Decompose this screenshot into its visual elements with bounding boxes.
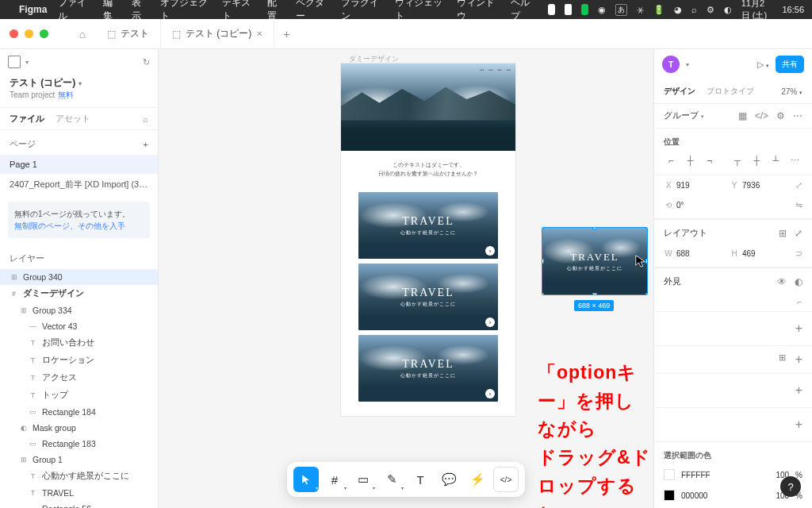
layer-item[interactable]: —Vector 43: [0, 318, 158, 334]
y-field[interactable]: Y7936: [730, 180, 789, 190]
more-align-icon[interactable]: ⋯: [787, 154, 802, 167]
app-name[interactable]: Figma: [19, 4, 47, 15]
asset-tab[interactable]: アセット: [56, 113, 90, 125]
layer-item[interactable]: ▭Rectangle 56: [0, 501, 158, 508]
x-field[interactable]: X919: [664, 180, 723, 190]
frame-tool[interactable]: #▾: [322, 467, 347, 492]
present-button[interactable]: ▷ ▾: [757, 60, 769, 70]
layer-item[interactable]: ⊞Group 334: [0, 302, 158, 318]
layer-item[interactable]: Tアクセス: [0, 369, 158, 387]
resize-handle[interactable]: [645, 293, 647, 294]
layout-grid-icon[interactable]: ▦: [738, 110, 747, 121]
add-button[interactable]: +: [795, 352, 802, 367]
bluetooth-icon[interactable]: ⚹: [637, 5, 644, 15]
blend-icon[interactable]: ◐: [795, 276, 802, 287]
selected-object[interactable]: TRAVEL心動かす絶景がここに: [542, 228, 647, 294]
menubar-date[interactable]: 11月2日 (土): [741, 0, 773, 21]
page-item[interactable]: Page 1: [0, 155, 158, 174]
maximize-button[interactable]: [40, 29, 48, 38]
page-item[interactable]: 2407_Report_前半 [XD Import] (30-Ju…: [0, 174, 158, 195]
more-icon[interactable]: ⋯: [793, 110, 802, 121]
wifi-icon[interactable]: ◕: [674, 5, 682, 15]
color-swatch[interactable]: [664, 490, 675, 501]
avatar[interactable]: T: [662, 56, 680, 73]
help-button[interactable]: ?: [780, 476, 801, 497]
align-right-icon[interactable]: ¬: [702, 154, 717, 167]
history-icon[interactable]: ↻: [143, 57, 150, 67]
resize-handle[interactable]: [542, 259, 544, 264]
align-left-icon[interactable]: ⌐: [664, 154, 679, 167]
layer-item[interactable]: ⊞Group 340: [0, 269, 158, 285]
share-button[interactable]: 共有: [776, 56, 804, 73]
corner-icon[interactable]: ⌐: [798, 297, 802, 306]
align-top-icon[interactable]: ┬: [730, 154, 745, 167]
prototype-tab[interactable]: プロトタイプ: [707, 79, 754, 103]
line-icon[interactable]: [581, 4, 588, 15]
actions-tool[interactable]: ⚡: [465, 467, 490, 492]
dev-mode-toggle[interactable]: </>: [493, 467, 519, 492]
tab-1[interactable]: ⬚ テスト: [96, 19, 161, 48]
layer-item[interactable]: #ダミーデザイン: [0, 285, 158, 302]
style-icon[interactable]: ⊞: [779, 352, 786, 367]
file-menu-icon[interactable]: [8, 56, 21, 68]
layer-item[interactable]: T心動かす絶景がここに: [0, 468, 158, 485]
w-field[interactable]: W688: [664, 248, 723, 259]
resize-handle[interactable]: [592, 228, 597, 229]
tray-icon[interactable]: ◉: [598, 5, 606, 15]
resize-handle[interactable]: [645, 228, 647, 229]
layer-item[interactable]: TTRAVEL: [0, 485, 158, 501]
menubar-time[interactable]: 16:56: [783, 5, 805, 14]
resize-handle[interactable]: [542, 228, 544, 229]
layer-item[interactable]: Tお問い合わせ: [0, 334, 158, 352]
add-fill-button[interactable]: +: [795, 321, 802, 336]
layer-item[interactable]: ▭Rectangle 183: [0, 436, 158, 452]
control-center-icon[interactable]: ⚙: [707, 5, 714, 15]
align-hcenter-icon[interactable]: ┼: [683, 154, 698, 167]
layer-item[interactable]: ▭Rectangle 184: [0, 404, 158, 420]
zoom-level[interactable]: 27% ▾: [781, 87, 802, 96]
code-icon[interactable]: </>: [755, 110, 768, 121]
shape-tool[interactable]: ▭▾: [350, 467, 376, 492]
layer-item[interactable]: ⊞Group 1: [0, 452, 158, 468]
design-frame[interactable]: •••••••••••• このテキストはダミーです。日頃の疲れを癒す旅へ出かけま…: [341, 64, 515, 416]
design-tab[interactable]: デザイン: [664, 79, 695, 103]
rotation-field[interactable]: ⟲0°: [664, 200, 723, 210]
file-tab[interactable]: ファイル: [10, 113, 44, 125]
chevron-down-icon[interactable]: ▾: [25, 59, 29, 66]
visibility-icon[interactable]: 👁: [777, 276, 787, 287]
add-page-button[interactable]: +: [144, 140, 148, 149]
add-effect-button[interactable]: +: [795, 383, 802, 398]
chevron-down-icon[interactable]: ▾: [686, 61, 689, 68]
expand-icon[interactable]: ⤢: [795, 180, 802, 190]
canvas[interactable]: ダミーデザイン •••••••••••• このテキストはダミーです。日頃の疲れを…: [159, 49, 653, 508]
comment-tool[interactable]: 💬: [436, 467, 462, 492]
move-tool[interactable]: ▾: [293, 467, 319, 492]
link-icon[interactable]: ⊃: [795, 248, 802, 259]
home-icon[interactable]: ⌂: [69, 28, 96, 40]
settings-icon[interactable]: ⚙: [776, 110, 785, 121]
new-tab-button[interactable]: +: [274, 28, 298, 40]
align-vcenter-icon[interactable]: ┼: [749, 154, 764, 167]
close-tab-icon[interactable]: ✕: [256, 29, 262, 38]
flip-icon[interactable]: ⇋: [795, 200, 802, 210]
layer-item[interactable]: ◐Mask group: [0, 420, 158, 436]
text-tool[interactable]: T: [408, 467, 433, 492]
color-swatch[interactable]: [664, 469, 675, 480]
upgrade-link[interactable]: 無制限のページ、その他を入手: [14, 221, 125, 230]
battery-icon[interactable]: 🔋: [653, 5, 665, 15]
add-export-button[interactable]: +: [795, 418, 802, 432]
h-field[interactable]: H469: [730, 248, 789, 259]
tab-2[interactable]: ⬚ テスト (コピー) ✕: [161, 19, 274, 48]
align-bottom-icon[interactable]: ┴: [768, 154, 783, 167]
resize-handle[interactable]: [592, 293, 597, 294]
resize-icon[interactable]: ⤢: [795, 228, 802, 239]
tray-icon[interactable]: [565, 4, 572, 15]
layer-item[interactable]: Tロケーション: [0, 352, 158, 369]
search-icon[interactable]: ⌕: [691, 5, 697, 14]
close-button[interactable]: [10, 29, 18, 38]
siri-icon[interactable]: ◐: [724, 5, 732, 15]
free-badge[interactable]: 無料: [58, 90, 74, 99]
resize-handle[interactable]: [542, 293, 544, 294]
pen-tool[interactable]: ✎▾: [379, 467, 404, 492]
minimize-button[interactable]: [25, 29, 33, 38]
